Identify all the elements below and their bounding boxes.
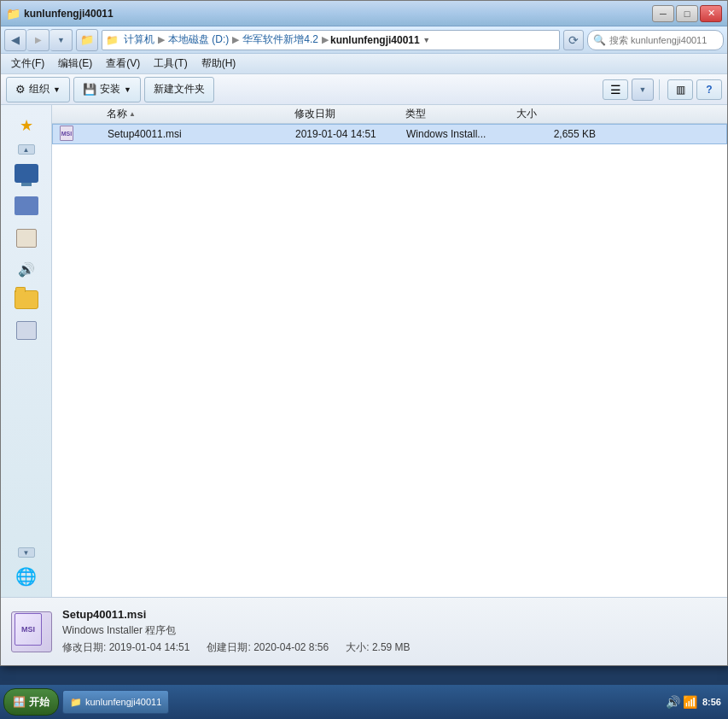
col-header-date[interactable]: 修改日期 — [294, 107, 405, 121]
taskbar-folder-icon: 📁 — [70, 697, 82, 708]
col-size-label: 大小 — [516, 107, 537, 121]
tray-network-icon[interactable]: 📶 — [683, 695, 697, 709]
windows-orb-icon: 🪟 — [13, 696, 26, 708]
toolbar-divider-view[interactable]: ▼ — [632, 79, 654, 101]
monitor-icon — [15, 164, 38, 183]
forward-icon: ▶ — [35, 35, 42, 44]
organize-button[interactable]: ⚙ 组织 ▼ — [6, 77, 70, 102]
tray-speaker-icon[interactable]: 🔊 — [666, 695, 680, 709]
show-pane-button[interactable]: ▥ — [667, 79, 693, 100]
breadcrumb-sep-3: ▶ — [320, 34, 330, 45]
breadcrumb-huajun[interactable]: 华军软件新增4.2 — [241, 32, 320, 47]
new-folder-button[interactable]: 新建文件夹 — [144, 77, 214, 102]
sidebar-disk-icon[interactable] — [13, 317, 40, 344]
view-mode-button[interactable]: ☰ — [603, 79, 628, 100]
folder-icon — [15, 290, 38, 309]
file-area: 名称 ▲ 修改日期 类型 大小 — [52, 105, 727, 597]
status-modified: 修改日期: 2019-01-04 14:51 — [62, 640, 189, 655]
sidebar-computer-icon[interactable] — [13, 160, 40, 187]
sidebar-globe-icon[interactable]: 🌐 — [13, 563, 40, 590]
breadcrumb-dropdown-icon[interactable]: ▼ — [420, 33, 434, 47]
modified-label: 修改日期: — [62, 641, 106, 653]
sidebar-scroll-up[interactable]: ▲ — [18, 144, 35, 155]
maximize-button[interactable]: □ — [676, 5, 698, 22]
menu-bar: 文件(F) 编辑(E) 查看(V) 工具(T) 帮助(H) — [1, 54, 727, 74]
search-input[interactable] — [609, 35, 727, 45]
msi-icon-inner: MSI — [60, 126, 73, 141]
col-header-size[interactable]: 大小 — [516, 107, 602, 121]
menu-file[interactable]: 文件(F) — [4, 55, 51, 73]
breadcrumb-sep-1: ▶ — [156, 34, 166, 45]
forward-button[interactable]: ▶ — [27, 29, 50, 51]
up-button[interactable]: 📁 — [76, 29, 98, 51]
install-button[interactable]: 💾 安装 ▼ — [73, 77, 141, 102]
file-preview-msi-icon: MSI — [15, 613, 49, 651]
window-title: kunlunfengji40011 — [24, 8, 114, 20]
tray-icons: 🔊 📶 — [666, 695, 697, 709]
file-icon-area: MSI — [56, 126, 108, 143]
sidebar-favorites-icon[interactable]: ★ — [13, 112, 40, 139]
close-button[interactable]: ✕ — [700, 5, 722, 22]
minimize-button[interactable]: ─ — [652, 5, 674, 22]
window-icon: 📁 — [6, 7, 20, 20]
floppy-icon — [16, 229, 37, 248]
star-icon: ★ — [20, 116, 33, 135]
sidebar-folder-icon[interactable] — [13, 286, 40, 313]
menu-help[interactable]: 帮助(H) — [195, 55, 243, 73]
menu-tools[interactable]: 工具(T) — [147, 55, 194, 73]
dropdown-nav-button[interactable]: ▼ — [50, 29, 73, 51]
col-date-label: 修改日期 — [294, 107, 335, 121]
col-header-type[interactable]: 类型 — [405, 107, 516, 121]
breadcrumb-sep-2: ▶ — [230, 34, 241, 45]
title-bar: 📁 kunlunfengji40011 ─ □ ✕ — [1, 1, 727, 26]
taskbar-window-label: kunlunfengji40011 — [85, 697, 161, 707]
sidebar-scroll-area: 🔊 — [4, 225, 48, 542]
col-header-name[interactable]: 名称 ▲ — [55, 107, 294, 121]
status-info: Setup40011.msi Windows Installer 程序包 修改日… — [62, 608, 411, 655]
file-size: 2,655 KB — [517, 128, 603, 140]
taskbar-clock: 8:56 — [702, 697, 721, 707]
sidebar-bottom: 🌐 — [13, 563, 40, 590]
sidebar: ★ ▲ 🔊 — [1, 105, 52, 597]
file-name: Setup40011.msi — [108, 128, 295, 140]
size-value: 2.59 MB — [372, 641, 411, 653]
install-dropdown-icon: ▼ — [124, 85, 131, 94]
install-icon: 💾 — [83, 83, 96, 96]
start-button[interactable]: 🪟 开始 — [3, 688, 59, 716]
status-filename: Setup40011.msi — [62, 608, 411, 621]
help-button[interactable]: ? — [696, 79, 722, 100]
back-icon: ◀ — [11, 33, 20, 46]
speaker-icon: 🔊 — [18, 261, 35, 278]
toolbar: ⚙ 组织 ▼ 💾 安装 ▼ 新建文件夹 ☰ ▼ ▥ ? — [1, 74, 727, 105]
nav-buttons: ◀ ▶ ▼ — [4, 29, 73, 51]
help-icon: ? — [706, 84, 712, 96]
title-bar-left: 📁 kunlunfengji40011 — [6, 7, 114, 20]
status-filetype: Windows Installer 程序包 — [62, 623, 411, 638]
file-row-setup[interactable]: MSI Setup40011.msi 2019-01-04 14:51 Wind… — [52, 124, 727, 144]
title-bar-controls: ─ □ ✕ — [652, 5, 722, 22]
status-size: 大小: 2.59 MB — [346, 640, 410, 655]
sidebar-speaker-icon[interactable]: 🔊 — [13, 255, 40, 283]
refresh-button[interactable]: ⟳ — [563, 30, 584, 50]
main-content: ★ ▲ 🔊 — [1, 105, 727, 597]
taskbar-explorer-item[interactable]: 📁 kunlunfengji40011 — [62, 690, 169, 714]
sidebar-scroll-down[interactable]: ▼ — [18, 547, 35, 558]
file-preview-icon: MSI — [11, 611, 52, 652]
breadcrumb-bar: 📁 计算机 ▶ 本地磁盘 (D:) ▶ 华军软件新增4.2 ▶ kunlunfe… — [102, 30, 560, 50]
search-box: 🔍 — [587, 30, 724, 50]
address-bar-row: ◀ ▶ ▼ 📁 📁 计算机 ▶ 本地磁盘 (D:) ▶ 华军软件新增4.2 ▶ … — [1, 26, 727, 54]
file-date: 2019-01-04 14:51 — [295, 128, 406, 140]
status-bar: MSI Setup40011.msi Windows Installer 程序包… — [1, 597, 727, 665]
breadcrumb-disk[interactable]: 本地磁盘 (D:) — [166, 32, 230, 47]
breadcrumb-computer[interactable]: 计算机 — [122, 32, 156, 47]
status-created: 创建日期: 2020-04-02 8:56 — [207, 640, 329, 655]
sidebar-network-icon[interactable] — [13, 192, 40, 219]
sidebar-floppy-icon[interactable] — [13, 225, 40, 252]
menu-view[interactable]: 查看(V) — [99, 55, 147, 73]
install-label: 安装 — [100, 82, 120, 96]
menu-edit[interactable]: 编辑(E) — [51, 55, 99, 73]
back-button[interactable]: ◀ — [4, 29, 26, 51]
network-icon — [15, 196, 38, 215]
view-mode-icon: ☰ — [610, 83, 621, 96]
taskbar: 🪟 开始 📁 kunlunfengji40011 🔊 📶 8:56 — [0, 685, 728, 719]
